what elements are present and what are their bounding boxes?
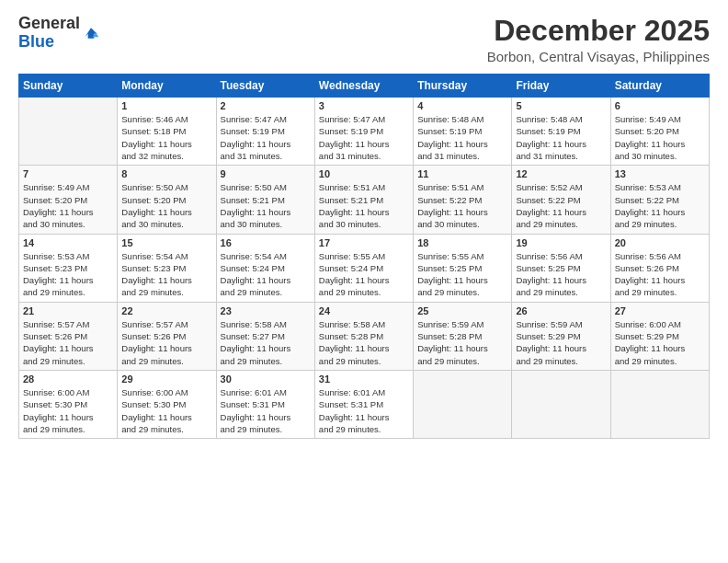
day-cell: [414, 370, 512, 438]
day-cell: [610, 370, 709, 438]
day-cell: 29Sunrise: 6:00 AM Sunset: 5:30 PM Dayli…: [118, 370, 216, 438]
day-info: Sunrise: 6:01 AM Sunset: 5:31 PM Dayligh…: [221, 386, 311, 435]
day-info: Sunrise: 5:48 AM Sunset: 5:19 PM Dayligh…: [417, 113, 507, 162]
day-info: Sunrise: 5:49 AM Sunset: 5:20 PM Dayligh…: [23, 181, 113, 230]
day-number: 30: [221, 373, 311, 385]
day-cell: 30Sunrise: 6:01 AM Sunset: 5:31 PM Dayli…: [216, 370, 314, 438]
day-number: 12: [516, 168, 606, 179]
day-number: 19: [516, 237, 606, 248]
day-info: Sunrise: 5:59 AM Sunset: 5:29 PM Dayligh…: [516, 318, 606, 367]
day-cell: 14Sunrise: 5:53 AM Sunset: 5:23 PM Dayli…: [19, 234, 118, 302]
day-cell: 21Sunrise: 5:57 AM Sunset: 5:26 PM Dayli…: [19, 302, 118, 370]
day-info: Sunrise: 5:57 AM Sunset: 5:26 PM Dayligh…: [23, 318, 113, 367]
day-number: 20: [615, 237, 705, 248]
day-number: 14: [23, 237, 113, 248]
day-number: 18: [417, 237, 507, 248]
day-info: Sunrise: 5:59 AM Sunset: 5:28 PM Dayligh…: [417, 318, 507, 367]
day-info: Sunrise: 5:56 AM Sunset: 5:25 PM Dayligh…: [516, 250, 606, 299]
day-info: Sunrise: 5:52 AM Sunset: 5:22 PM Dayligh…: [516, 181, 606, 230]
day-cell: 8Sunrise: 5:50 AM Sunset: 5:20 PM Daylig…: [118, 166, 216, 234]
day-info: Sunrise: 5:57 AM Sunset: 5:26 PM Dayligh…: [121, 318, 211, 367]
calendar-header-row: SundayMondayTuesdayWednesdayThursdayFrid…: [19, 75, 710, 98]
day-info: Sunrise: 5:54 AM Sunset: 5:23 PM Dayligh…: [121, 250, 211, 299]
day-number: 9: [221, 168, 311, 179]
day-cell: 26Sunrise: 5:59 AM Sunset: 5:29 PM Dayli…: [512, 302, 610, 370]
day-cell: 13Sunrise: 5:53 AM Sunset: 5:22 PM Dayli…: [610, 166, 709, 234]
day-cell: 27Sunrise: 6:00 AM Sunset: 5:29 PM Dayli…: [610, 302, 709, 370]
day-info: Sunrise: 5:49 AM Sunset: 5:20 PM Dayligh…: [615, 113, 705, 162]
calendar: SundayMondayTuesdayWednesdayThursdayFrid…: [18, 74, 710, 439]
logo-icon: [82, 24, 100, 42]
day-info: Sunrise: 6:01 AM Sunset: 5:31 PM Dayligh…: [319, 386, 409, 435]
day-info: Sunrise: 5:56 AM Sunset: 5:26 PM Dayligh…: [615, 250, 705, 299]
day-number: 4: [417, 100, 507, 111]
day-number: 3: [319, 100, 409, 111]
day-header-monday: Monday: [118, 75, 216, 98]
day-header-wednesday: Wednesday: [314, 75, 413, 98]
day-number: 5: [516, 100, 606, 111]
day-header-saturday: Saturday: [610, 75, 709, 98]
day-number: 8: [121, 168, 211, 179]
week-row-3: 14Sunrise: 5:53 AM Sunset: 5:23 PM Dayli…: [19, 234, 710, 302]
day-info: Sunrise: 5:50 AM Sunset: 5:21 PM Dayligh…: [221, 181, 311, 230]
location: Borbon, Central Visayas, Philippines: [487, 49, 710, 64]
day-cell: 20Sunrise: 5:56 AM Sunset: 5:26 PM Dayli…: [610, 234, 709, 302]
day-info: Sunrise: 5:53 AM Sunset: 5:23 PM Dayligh…: [23, 250, 113, 299]
day-number: 31: [319, 373, 409, 385]
day-cell: 25Sunrise: 5:59 AM Sunset: 5:28 PM Dayli…: [414, 302, 512, 370]
day-number: 22: [121, 305, 211, 316]
day-number: 26: [516, 305, 606, 316]
day-cell: 6Sunrise: 5:49 AM Sunset: 5:20 PM Daylig…: [610, 98, 709, 166]
header: General Blue December 2025 Borbon, Centr…: [18, 15, 710, 64]
day-number: 13: [615, 168, 705, 179]
day-cell: 3Sunrise: 5:47 AM Sunset: 5:19 PM Daylig…: [314, 98, 413, 166]
week-row-5: 28Sunrise: 6:00 AM Sunset: 5:30 PM Dayli…: [19, 370, 710, 438]
day-cell: 7Sunrise: 5:49 AM Sunset: 5:20 PM Daylig…: [19, 166, 118, 234]
day-cell: 17Sunrise: 5:55 AM Sunset: 5:24 PM Dayli…: [314, 234, 413, 302]
day-info: Sunrise: 6:00 AM Sunset: 5:30 PM Dayligh…: [121, 386, 211, 435]
day-header-tuesday: Tuesday: [216, 75, 314, 98]
day-info: Sunrise: 5:47 AM Sunset: 5:19 PM Dayligh…: [319, 113, 409, 162]
day-cell: 28Sunrise: 6:00 AM Sunset: 5:30 PM Dayli…: [19, 370, 118, 438]
day-number: 1: [121, 100, 211, 111]
day-number: 7: [23, 168, 113, 179]
day-cell: 16Sunrise: 5:54 AM Sunset: 5:24 PM Dayli…: [216, 234, 314, 302]
day-info: Sunrise: 5:47 AM Sunset: 5:19 PM Dayligh…: [221, 113, 311, 162]
day-number: 17: [319, 237, 409, 248]
day-cell: 19Sunrise: 5:56 AM Sunset: 5:25 PM Dayli…: [512, 234, 610, 302]
day-info: Sunrise: 5:55 AM Sunset: 5:25 PM Dayligh…: [417, 250, 507, 299]
day-header-thursday: Thursday: [414, 75, 512, 98]
page: General Blue December 2025 Borbon, Centr…: [0, 0, 728, 563]
title-block: December 2025 Borbon, Central Visayas, P…: [487, 15, 710, 64]
day-cell: 15Sunrise: 5:54 AM Sunset: 5:23 PM Dayli…: [118, 234, 216, 302]
day-cell: 10Sunrise: 5:51 AM Sunset: 5:21 PM Dayli…: [314, 166, 413, 234]
day-cell: 9Sunrise: 5:50 AM Sunset: 5:21 PM Daylig…: [216, 166, 314, 234]
week-row-4: 21Sunrise: 5:57 AM Sunset: 5:26 PM Dayli…: [19, 302, 710, 370]
day-cell: 22Sunrise: 5:57 AM Sunset: 5:26 PM Dayli…: [118, 302, 216, 370]
week-row-2: 7Sunrise: 5:49 AM Sunset: 5:20 PM Daylig…: [19, 166, 710, 234]
day-cell: [19, 98, 118, 166]
day-cell: 31Sunrise: 6:01 AM Sunset: 5:31 PM Dayli…: [314, 370, 413, 438]
day-info: Sunrise: 6:00 AM Sunset: 5:30 PM Dayligh…: [23, 386, 113, 435]
day-number: 16: [221, 237, 311, 248]
day-number: 23: [221, 305, 311, 316]
week-row-1: 1Sunrise: 5:46 AM Sunset: 5:18 PM Daylig…: [19, 98, 710, 166]
day-number: 25: [417, 305, 507, 316]
day-info: Sunrise: 5:48 AM Sunset: 5:19 PM Dayligh…: [516, 113, 606, 162]
logo: General Blue: [18, 15, 100, 52]
day-info: Sunrise: 5:50 AM Sunset: 5:20 PM Dayligh…: [121, 181, 211, 230]
day-number: 6: [615, 100, 705, 111]
day-info: Sunrise: 5:58 AM Sunset: 5:28 PM Dayligh…: [319, 318, 409, 367]
day-cell: 5Sunrise: 5:48 AM Sunset: 5:19 PM Daylig…: [512, 98, 610, 166]
day-info: Sunrise: 5:58 AM Sunset: 5:27 PM Dayligh…: [221, 318, 311, 367]
day-info: Sunrise: 5:55 AM Sunset: 5:24 PM Dayligh…: [319, 250, 409, 299]
day-header-sunday: Sunday: [19, 75, 118, 98]
day-info: Sunrise: 5:51 AM Sunset: 5:21 PM Dayligh…: [319, 181, 409, 230]
day-cell: 23Sunrise: 5:58 AM Sunset: 5:27 PM Dayli…: [216, 302, 314, 370]
day-cell: 12Sunrise: 5:52 AM Sunset: 5:22 PM Dayli…: [512, 166, 610, 234]
day-cell: 1Sunrise: 5:46 AM Sunset: 5:18 PM Daylig…: [118, 98, 216, 166]
day-info: Sunrise: 6:00 AM Sunset: 5:29 PM Dayligh…: [615, 318, 705, 367]
day-number: 29: [121, 373, 211, 385]
day-cell: 11Sunrise: 5:51 AM Sunset: 5:22 PM Dayli…: [414, 166, 512, 234]
month-title: December 2025: [487, 15, 710, 47]
